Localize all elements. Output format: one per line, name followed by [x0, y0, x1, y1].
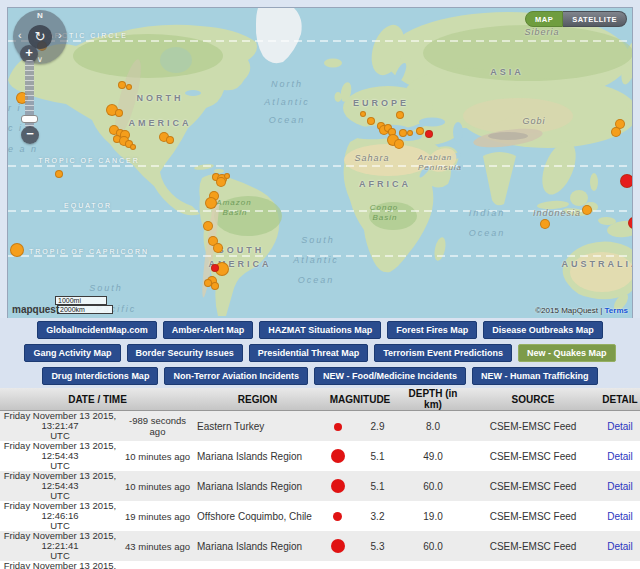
utc-label: UTC	[0, 461, 120, 471]
table-row: Friday November 13 2015, 12:46:16 UTC 19…	[0, 501, 640, 531]
event-magnitude: 4.7	[355, 561, 400, 569]
quake-marker[interactable]	[360, 111, 366, 117]
map-type-toggle: MAP SATELLITE	[525, 11, 627, 27]
terms-link[interactable]: Terms	[605, 306, 628, 315]
quake-marker[interactable]	[407, 130, 413, 136]
nav-row-3: Drug Interdictions MapNon-Terror Aviatio…	[0, 367, 640, 385]
quake-marker[interactable]	[205, 197, 217, 209]
quake-marker[interactable]	[399, 129, 407, 137]
event-time-ago: 19 minutes ago	[120, 501, 195, 531]
detail-link[interactable]: Detail	[607, 511, 633, 522]
nav-gang-activity-map[interactable]: Gang Activity Map	[24, 344, 120, 362]
table-row: Friday November 13 2015, 12:54:43 UTC 10…	[0, 471, 640, 501]
nav-border-security-issues[interactable]: Border Security Issues	[127, 344, 243, 362]
event-source: CSEM-EMSC Feed	[466, 441, 600, 471]
event-date: Friday November 13 2015, 12:21:41	[0, 531, 120, 551]
quake-marker[interactable]	[216, 177, 226, 187]
utc-label: UTC	[0, 521, 120, 531]
nav-new-quakes-map[interactable]: New - Quakes Map	[518, 344, 616, 362]
quake-marker[interactable]	[55, 170, 63, 178]
event-time-ago: -989 seconds ago	[120, 411, 195, 442]
quake-marker[interactable]	[425, 130, 433, 138]
event-date: Friday November 13 2015, 12:46:16	[0, 501, 120, 521]
event-region: Mariana Islands Region	[195, 471, 320, 501]
event-magnitude: 5.1	[355, 471, 400, 501]
nav-amber-alert-map[interactable]: Amber-Alert Map	[163, 321, 254, 339]
event-time-ago: 55 minutes ago	[120, 561, 195, 569]
event-region: Offshore Coquimbo, Chile	[195, 501, 320, 531]
nav-globalincidentmap-com[interactable]: GlobalIncidentMap.com	[37, 321, 157, 339]
map-copyright: ©2015 MapQuest | Terms	[535, 306, 628, 315]
header-magnitude: MAGNITUDE	[320, 388, 400, 411]
header-source: SOURCE	[466, 388, 600, 411]
quake-marker[interactable]	[628, 217, 633, 229]
header-date-time: DATE / TIME	[0, 388, 195, 411]
event-magnitude: 5.3	[355, 531, 400, 561]
event-date: Friday November 13 2015, 13:21:47	[0, 411, 120, 431]
quake-marker[interactable]	[166, 136, 174, 144]
quake-marker[interactable]	[118, 81, 126, 89]
event-depth: 60.0	[400, 531, 466, 561]
nav-non-terror-aviation-incidents[interactable]: Non-Terror Aviation Incidents	[164, 367, 308, 385]
nav-disease-outbreaks-map[interactable]: Disease Outbreaks Map	[483, 321, 603, 339]
mapquest-logo: mapquest	[12, 304, 59, 315]
zoom-out-button[interactable]: −	[21, 126, 39, 144]
quake-marker[interactable]	[416, 127, 424, 135]
event-source: CSEM-EMSC Feed	[466, 501, 600, 531]
table-header-row: DATE / TIME REGION MAGNITUDE DEPTH (in k…	[0, 388, 640, 411]
event-depth: 8.0	[400, 411, 466, 442]
quake-marker[interactable]	[213, 243, 223, 253]
event-date: Friday November 13 2015, 12:54:43	[0, 471, 120, 491]
event-source: CSEM-EMSC Feed	[466, 471, 600, 501]
copyright-text: ©2015 MapQuest |	[535, 306, 602, 315]
quake-marker[interactable]	[130, 144, 136, 150]
pan-down-icon[interactable]: ∨	[37, 55, 43, 64]
nav-terrorism-event-predictions[interactable]: Terrorism Event Predictions	[374, 344, 512, 362]
header-depth: DEPTH (in km)	[400, 388, 466, 411]
detail-link[interactable]: Detail	[607, 541, 633, 552]
nav-drug-interdictions-map[interactable]: Drug Interdictions Map	[42, 367, 158, 385]
nav-new-food-medicine-incidents[interactable]: NEW - Food/Medicine Incidents	[314, 367, 466, 385]
detail-link[interactable]: Detail	[607, 481, 633, 492]
nav-row-2: Gang Activity MapBorder Security IssuesP…	[0, 344, 640, 362]
utc-label: UTC	[0, 551, 120, 561]
quake-marker[interactable]	[394, 139, 404, 149]
quake-marker[interactable]	[204, 279, 212, 287]
nav-presidential-threat-map[interactable]: Presidential Threat Map	[249, 344, 369, 362]
detail-link[interactable]: Detail	[607, 451, 633, 462]
quake-marker[interactable]	[115, 109, 123, 117]
quake-marker[interactable]	[10, 243, 24, 257]
quake-marker[interactable]	[367, 117, 375, 125]
quake-marker[interactable]	[203, 221, 213, 231]
event-date: Friday November 13 2015, 12:54:43	[0, 441, 120, 461]
zoom-slider-handle[interactable]	[21, 115, 38, 123]
world-map[interactable]: ARCTIC CIRCLE NORTH AMERICA North Atlant…	[7, 7, 633, 319]
quake-marker[interactable]	[611, 127, 621, 137]
quake-marker[interactable]	[540, 219, 550, 229]
map-terrain	[8, 8, 632, 318]
scale-km: 2000km	[57, 305, 113, 314]
event-region: New Britain Region, P.n.g.	[195, 561, 320, 569]
table-row: Friday November 13 2015, 12:21:41 UTC 43…	[0, 531, 640, 561]
quake-marker[interactable]	[396, 111, 404, 119]
pan-left-icon[interactable]: ‹	[18, 29, 22, 41]
quake-marker[interactable]	[211, 264, 219, 272]
map-view-button[interactable]: MAP	[525, 11, 563, 27]
nav-hazmat-situations-map[interactable]: HAZMAT Situations Map	[259, 321, 381, 339]
quake-marker[interactable]	[582, 205, 592, 215]
detail-link[interactable]: Detail	[607, 421, 633, 432]
nav-forest-fires-map[interactable]: Forest Fires Map	[387, 321, 477, 339]
quake-marker[interactable]	[620, 174, 633, 188]
pan-right-icon[interactable]: ›	[58, 29, 62, 41]
event-depth: 19.0	[400, 501, 466, 531]
event-depth: 54.0	[400, 561, 466, 569]
nav-new-human-trafficking[interactable]: NEW - Human Trafficking	[472, 367, 598, 385]
quake-marker[interactable]	[126, 84, 132, 90]
satellite-view-button[interactable]: SATELLITE	[563, 11, 627, 27]
magnitude-dot	[331, 539, 345, 553]
magnitude-dot	[331, 479, 345, 493]
magnitude-dot	[333, 512, 342, 521]
utc-label: UTC	[0, 431, 120, 441]
event-magnitude: 5.1	[355, 441, 400, 471]
quake-marker[interactable]	[211, 282, 219, 290]
